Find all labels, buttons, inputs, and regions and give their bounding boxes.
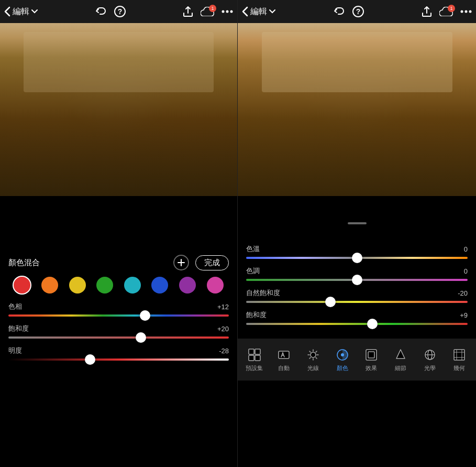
tool-geometry[interactable]: 幾何 <box>446 347 472 372</box>
left-cloud-button[interactable]: 1 <box>201 7 214 16</box>
hue-slider-row: 色相 +12 <box>8 302 229 317</box>
auto-label: 自動 <box>278 364 290 372</box>
right-cloud-badge: 1 <box>448 5 455 12</box>
vibrance-slider[interactable] <box>246 301 468 303</box>
left-back-button[interactable] <box>4 6 10 17</box>
saturation-thumb[interactable] <box>136 332 146 343</box>
right-saturation-value: +9 <box>460 311 468 319</box>
right-header: 編輯 ? 1 <box>238 0 476 23</box>
luminance-value: -28 <box>219 347 229 355</box>
tool-optics[interactable]: 光學 <box>417 347 443 372</box>
left-title-dropdown[interactable] <box>31 9 38 14</box>
color-circles-row <box>8 277 229 294</box>
color-temp-slider-row: 色溫 0 <box>246 244 468 259</box>
right-title-dropdown[interactable] <box>269 9 275 14</box>
right-header-center: ? <box>334 6 364 17</box>
left-share-button[interactable] <box>183 6 193 17</box>
right-saturation-thumb[interactable] <box>367 319 378 329</box>
effects-icon <box>364 347 379 362</box>
color-tint-slider-row: 色調 0 <box>246 266 468 281</box>
detail-label: 細節 <box>395 364 406 372</box>
left-photo <box>0 23 237 196</box>
svg-rect-13 <box>255 355 260 361</box>
luminance-slider[interactable] <box>8 359 229 361</box>
right-more-button[interactable] <box>460 10 472 13</box>
auto-icon <box>276 347 291 362</box>
done-button[interactable]: 完成 <box>195 255 229 270</box>
hue-label: 色相 <box>8 302 22 311</box>
left-title: 編輯 <box>13 6 29 17</box>
color-mix-actions: 完成 <box>173 255 229 270</box>
tool-detail[interactable]: 細節 <box>388 347 414 372</box>
color-temp-thumb[interactable] <box>352 253 362 263</box>
light-icon <box>306 347 320 362</box>
vibrance-value: -20 <box>458 289 468 297</box>
effects-label: 效果 <box>366 364 377 372</box>
presets-icon <box>247 347 262 362</box>
hue-value: +12 <box>217 303 229 311</box>
right-saturation-slider[interactable] <box>246 323 468 325</box>
color-tint-slider[interactable] <box>246 279 468 281</box>
luminance-thumb[interactable] <box>85 354 95 365</box>
drag-handle <box>348 222 367 224</box>
vibrance-thumb[interactable] <box>325 297 336 307</box>
right-saturation-label: 飽和度 <box>246 310 267 320</box>
right-spacer <box>238 196 476 238</box>
svg-rect-18 <box>368 352 374 358</box>
color-temp-slider[interactable] <box>246 257 468 259</box>
tool-light[interactable]: 光線 <box>300 347 326 372</box>
svg-point-2 <box>222 10 225 13</box>
right-photo-bg <box>238 23 476 196</box>
color-circle-orange[interactable] <box>41 277 58 294</box>
tool-effects[interactable]: 效果 <box>358 347 384 372</box>
right-title: 編輯 <box>250 6 267 17</box>
color-circle-blue[interactable] <box>151 277 168 294</box>
add-color-button[interactable] <box>173 255 189 270</box>
color-circle-cyan[interactable] <box>124 277 141 294</box>
optics-label: 光學 <box>424 364 436 372</box>
right-bottom-toolbar: 預設集 自動 光線 <box>238 339 476 381</box>
saturation-slider[interactable] <box>8 336 229 339</box>
right-share-button[interactable] <box>422 6 432 17</box>
color-tint-thumb[interactable] <box>352 275 362 285</box>
color-temp-label: 色溫 <box>246 244 260 254</box>
right-help-button[interactable]: ? <box>352 6 364 17</box>
left-spacer <box>0 196 237 248</box>
tool-color[interactable]: 顏色 <box>329 347 356 372</box>
vibrance-label: 自然飽和度 <box>246 288 280 298</box>
geometry-label: 幾何 <box>453 364 465 372</box>
right-header-left: 編輯 <box>242 6 275 17</box>
left-help-button[interactable]: ? <box>114 6 126 17</box>
left-more-button[interactable] <box>222 10 233 13</box>
optics-icon <box>423 347 437 362</box>
color-circle-yellow[interactable] <box>69 277 86 294</box>
left-undo-button[interactable] <box>95 7 107 16</box>
presets-label: 預設集 <box>246 364 263 372</box>
right-undo-button[interactable] <box>334 7 345 16</box>
tool-presets[interactable]: 預設集 <box>241 347 268 372</box>
svg-rect-21 <box>454 350 464 360</box>
color-circle-green[interactable] <box>96 277 113 294</box>
color-circle-purple[interactable] <box>179 277 196 294</box>
hue-thumb[interactable] <box>140 310 150 321</box>
color-tint-value: 0 <box>464 267 468 275</box>
right-cloud-button[interactable]: 1 <box>439 7 453 16</box>
color-mix-title: 顏色混合 <box>8 258 40 268</box>
svg-text:?: ? <box>356 7 360 16</box>
tool-auto[interactable]: 自動 <box>271 347 297 372</box>
hue-slider[interactable] <box>8 314 229 317</box>
svg-point-8 <box>465 10 468 13</box>
right-back-button[interactable] <box>242 6 248 17</box>
color-circle-magenta[interactable] <box>207 277 224 294</box>
svg-rect-11 <box>255 349 260 354</box>
color-icon <box>335 347 350 362</box>
left-header-right: 1 <box>183 6 233 17</box>
svg-point-15 <box>311 352 316 357</box>
color-label: 顏色 <box>337 364 348 372</box>
color-tint-label: 色調 <box>246 266 260 276</box>
left-header-center: ? <box>95 6 126 17</box>
color-circle-red[interactable] <box>14 277 30 294</box>
color-mix-header: 顏色混合 完成 <box>8 255 229 270</box>
color-mix-panel: 顏色混合 完成 色相 +12 <box>0 248 237 372</box>
svg-text:?: ? <box>117 7 122 16</box>
